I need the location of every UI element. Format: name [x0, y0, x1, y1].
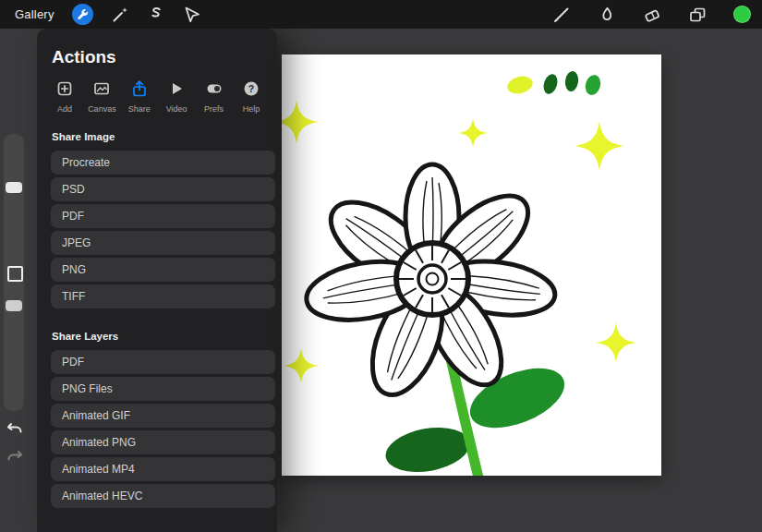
list-item-png-files[interactable]: PNG Files — [51, 377, 275, 401]
list-item-tiff[interactable]: TIFF — [51, 284, 275, 308]
smudge-tool-button[interactable] — [598, 6, 616, 24]
canvas-icon — [92, 79, 111, 102]
wrench-icon — [73, 6, 91, 24]
gallery-button[interactable]: Gallery — [15, 7, 54, 21]
adjustments-button[interactable] — [111, 6, 129, 24]
list-item-animated-mp4[interactable]: Animated MP4 — [51, 457, 275, 481]
modify-button[interactable] — [7, 266, 23, 282]
transform-button[interactable] — [183, 6, 201, 24]
toggle-icon — [205, 79, 224, 102]
drawing-canvas[interactable] — [282, 54, 661, 476]
panel-title: Actions — [52, 47, 277, 67]
left-leaf — [382, 421, 474, 476]
tab-canvas[interactable]: Canvas — [83, 79, 120, 114]
flower — [302, 164, 559, 405]
share-image-list: Procreate PSD PDF JPEG PNG TIFF — [51, 151, 275, 308]
eraser-tool-button[interactable] — [643, 6, 661, 24]
list-item-jpeg[interactable]: JPEG — [51, 231, 275, 255]
dark-green-blob — [541, 72, 560, 95]
list-item-layers-pdf[interactable]: PDF — [51, 350, 275, 374]
list-item-animated-png[interactable]: Animated PNG — [51, 430, 275, 454]
list-item-png[interactable]: PNG — [51, 258, 275, 282]
procreate-app: Gallery — [0, 0, 762, 532]
opacity-slider-handle[interactable] — [6, 300, 22, 311]
yellow-blob — [505, 74, 535, 96]
tab-help[interactable]: ? Help — [233, 79, 270, 114]
active-color-swatch[interactable] — [733, 6, 751, 23]
top-toolbar: Gallery — [0, 0, 762, 29]
share-layers-heading: Share Layers — [52, 331, 277, 342]
actions-tabs: Add Canvas — [46, 79, 270, 114]
selection-button[interactable] — [147, 6, 165, 24]
tab-video[interactable]: Video — [158, 79, 195, 114]
share-image-heading: Share Image — [52, 131, 277, 142]
tab-share[interactable]: Share — [121, 79, 158, 114]
flower-artwork — [282, 54, 661, 476]
list-item-procreate[interactable]: Procreate — [51, 151, 275, 175]
svg-text:?: ? — [248, 83, 254, 94]
help-icon: ? — [242, 79, 260, 102]
sidebar-slider-track[interactable] — [4, 134, 24, 411]
toolbar-left-group: Gallery — [0, 4, 201, 25]
tab-add[interactable]: Add — [46, 79, 83, 114]
video-play-icon — [167, 79, 186, 102]
list-item-animated-hevc[interactable]: Animated HEVC — [51, 484, 275, 508]
share-layers-list: PDF PNG Files Animated GIF Animated PNG … — [51, 350, 275, 508]
list-item-animated-gif[interactable]: Animated GIF — [51, 404, 275, 428]
dark-green-blob — [564, 70, 580, 92]
actions-button[interactable] — [72, 4, 93, 25]
green-blob — [583, 73, 602, 96]
list-item-pdf[interactable]: PDF — [51, 204, 275, 228]
undo-button[interactable] — [6, 418, 24, 437]
redo-button[interactable] — [6, 446, 24, 465]
toolbar-right-group — [552, 6, 762, 24]
share-icon — [130, 79, 149, 102]
brush-size-slider-handle[interactable] — [6, 182, 22, 193]
layers-button[interactable] — [688, 6, 707, 24]
list-item-psd[interactable]: PSD — [51, 177, 275, 201]
add-icon — [55, 79, 74, 102]
brush-tool-button[interactable] — [552, 6, 571, 24]
tab-prefs[interactable]: Prefs — [196, 79, 233, 114]
actions-panel: Actions Add Canvas — [37, 29, 277, 532]
